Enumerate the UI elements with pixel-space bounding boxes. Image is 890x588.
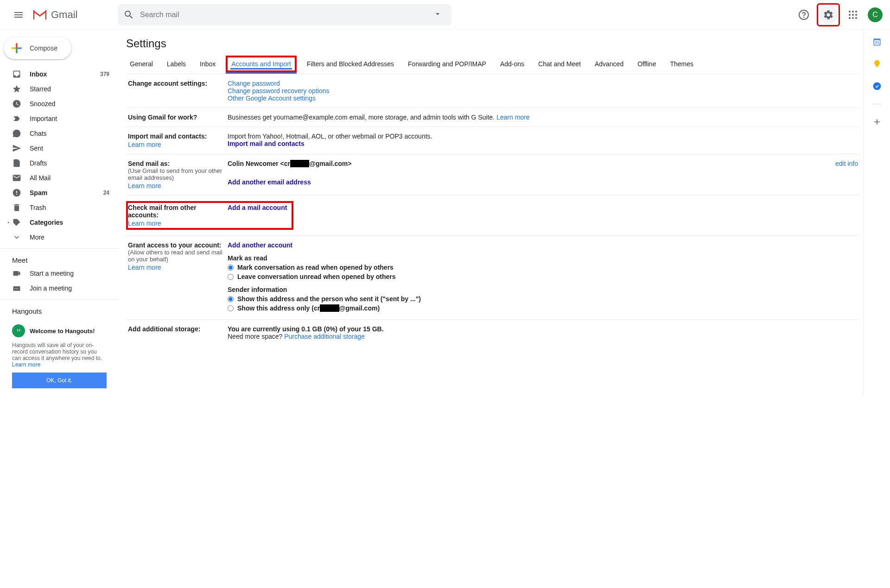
- compose-button[interactable]: Compose: [4, 37, 71, 59]
- text-storage: You are currently using 0.1 GB (0%) of y…: [228, 325, 384, 333]
- search-options-button[interactable]: [429, 9, 446, 20]
- sendas-domain: @gmail.com>: [309, 160, 351, 167]
- tab-labels[interactable]: Labels: [163, 56, 190, 74]
- svg-point-6: [849, 14, 851, 16]
- tab-inbox[interactable]: Inbox: [196, 56, 219, 74]
- radio-show-only[interactable]: [228, 305, 234, 311]
- search-input[interactable]: [134, 11, 429, 19]
- search-icon: [123, 9, 134, 20]
- account-avatar[interactable]: C: [868, 7, 883, 22]
- mark-read-heading: Mark as read: [228, 254, 858, 262]
- meet-start-a-meeting[interactable]: Start a meeting: [0, 266, 115, 281]
- meet-join-a-meeting[interactable]: Join a meeting: [0, 281, 115, 296]
- svg-point-8: [855, 14, 857, 16]
- meet-section: Meet Start a meetingJoin a meeting: [0, 248, 119, 296]
- main-menu-button[interactable]: [7, 4, 30, 26]
- gear-icon: [823, 9, 834, 20]
- search-box[interactable]: [118, 4, 451, 25]
- link-edit-info[interactable]: edit info: [835, 160, 858, 167]
- redacted-text: XXXX: [290, 160, 309, 167]
- nav-snoozed[interactable]: Snoozed: [0, 96, 115, 111]
- nav-chats[interactable]: Chats: [0, 126, 115, 141]
- label-show-both[interactable]: Show this address and the person who sen…: [237, 295, 421, 303]
- svg-text:31: 31: [875, 40, 879, 44]
- tab-add-ons[interactable]: Add-ons: [496, 56, 528, 74]
- row-send-as: Send mail as: (Use Gmail to send from yo…: [126, 154, 860, 196]
- link-change-recovery[interactable]: Change password recovery options: [228, 87, 329, 95]
- svg-point-2: [804, 17, 804, 17]
- link-change-password[interactable]: Change password: [228, 80, 280, 87]
- tab-forwarding-and-pop-imap[interactable]: Forwarding and POP/IMAP: [404, 56, 490, 74]
- row-grant: Grant access to your account: (Allow oth…: [126, 236, 860, 320]
- svg-point-15: [18, 288, 19, 289]
- label-send-as: Send mail as:: [128, 160, 170, 167]
- tab-offline[interactable]: Offline: [634, 56, 660, 74]
- nav-starred[interactable]: Starred: [0, 82, 115, 96]
- settings-button[interactable]: [819, 6, 838, 24]
- radio-mark-unread[interactable]: [228, 274, 234, 280]
- header: Gmail C: [0, 0, 890, 30]
- plus-icon: [9, 41, 24, 56]
- tab-chat-and-meet[interactable]: Chat and Meet: [534, 56, 585, 74]
- link-purchase-storage[interactable]: Purchase additional storage: [284, 333, 365, 340]
- apps-grid-icon: [847, 9, 858, 20]
- radio-show-both[interactable]: [228, 296, 234, 302]
- hangouts-heading: Hangouts: [0, 303, 119, 317]
- header-left: Gmail: [7, 4, 118, 26]
- nav-more[interactable]: More: [0, 230, 115, 245]
- link-add-account[interactable]: Add another account: [228, 241, 292, 249]
- hamburger-icon: [13, 9, 24, 20]
- apps-button[interactable]: [844, 6, 862, 24]
- link-import-mail[interactable]: Import mail and contacts: [228, 140, 305, 147]
- label-mark-unread[interactable]: Leave conversation unread when opened by…: [237, 273, 396, 280]
- gmail-logo[interactable]: Gmail: [32, 8, 77, 21]
- svg-point-11: [855, 17, 857, 19]
- link-checkmail-learn[interactable]: Learn more: [128, 220, 223, 227]
- nav-trash[interactable]: Trash: [0, 200, 115, 215]
- main-content: Settings GeneralLabelsInboxAccounts and …: [119, 30, 864, 396]
- calendar-icon[interactable]: 31: [872, 37, 882, 46]
- add-addon-icon[interactable]: [872, 117, 882, 126]
- link-add-email[interactable]: Add another email address: [228, 178, 311, 186]
- row-storage: Add additional storage: You are currentl…: [126, 320, 860, 346]
- link-sendas-learn[interactable]: Learn more: [128, 182, 223, 190]
- sidebar: Compose Inbox379StarredSnoozedImportantC…: [0, 30, 119, 396]
- support-button[interactable]: [795, 6, 813, 24]
- nav-inbox[interactable]: Inbox379: [0, 67, 115, 82]
- nav-drafts[interactable]: Drafts: [0, 156, 115, 171]
- row-import: Import mail and contacts: Learn more Imp…: [126, 127, 860, 154]
- hangouts-learn-link[interactable]: Learn more: [12, 361, 40, 368]
- row-change-account: Change account settings: Change password…: [126, 74, 860, 108]
- link-other-settings[interactable]: Other Google Account settings: [228, 95, 316, 102]
- link-add-mail-account[interactable]: Add a mail account: [228, 204, 287, 211]
- nav-important[interactable]: Important: [0, 111, 115, 126]
- tab-general[interactable]: General: [126, 56, 157, 74]
- nav-spam[interactable]: Spam24: [0, 185, 115, 200]
- svg-point-13: [14, 288, 15, 289]
- hangouts-card: Welcome to Hangouts! Hangouts will save …: [12, 324, 107, 388]
- tab-themes[interactable]: Themes: [666, 56, 697, 74]
- label-show-only[interactable]: Show this address only (crXXXX@gmail.com…: [237, 304, 380, 312]
- keep-icon[interactable]: [872, 59, 882, 69]
- nav-all-mail[interactable]: All Mail: [0, 171, 115, 185]
- link-work-learn[interactable]: Learn more: [496, 114, 530, 121]
- nav-sent[interactable]: Sent: [0, 141, 115, 156]
- compose-label: Compose: [30, 44, 57, 52]
- link-import-learn[interactable]: Learn more: [128, 141, 223, 148]
- body: Compose Inbox379StarredSnoozedImportantC…: [0, 30, 890, 396]
- svg-point-9: [849, 17, 851, 19]
- settings-table: Change account settings: Change password…: [126, 74, 860, 346]
- row-check-mail: Check mail from other accounts: Learn mo…: [126, 196, 860, 236]
- nav-categories[interactable]: Categories: [0, 215, 115, 230]
- help-icon: [798, 9, 809, 20]
- link-grant-learn[interactable]: Learn more: [128, 264, 223, 271]
- tab-filters-and-blocked-addresses[interactable]: Filters and Blocked Addresses: [303, 56, 398, 74]
- tasks-icon[interactable]: [872, 82, 882, 91]
- gmail-logo-icon: [32, 8, 48, 21]
- hangouts-ok-button[interactable]: OK, Got it.: [12, 373, 107, 388]
- label-mark-read[interactable]: Mark conversation as read when opened by…: [237, 264, 394, 271]
- svg-point-4: [852, 11, 854, 13]
- tab-accounts-and-import[interactable]: Accounts and Import: [226, 56, 296, 74]
- tab-advanced[interactable]: Advanced: [591, 56, 627, 74]
- radio-mark-read[interactable]: [228, 265, 234, 271]
